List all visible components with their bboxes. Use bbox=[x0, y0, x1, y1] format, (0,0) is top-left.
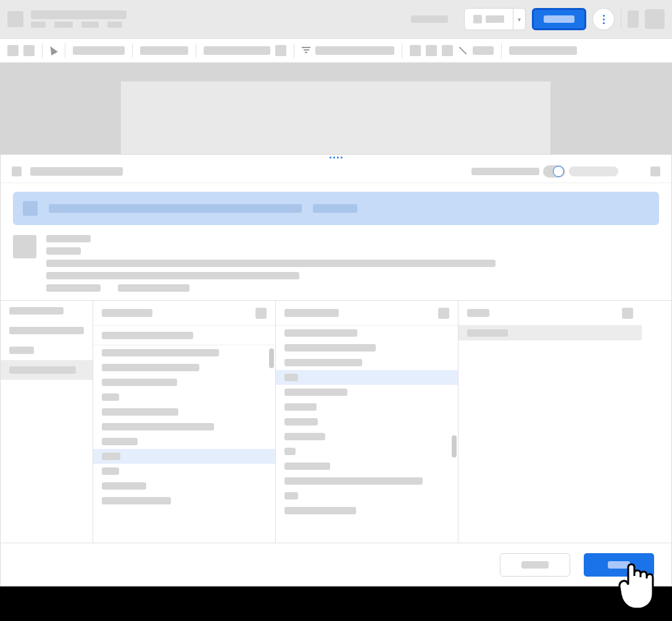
list-item[interactable] bbox=[93, 345, 275, 360]
list-item[interactable] bbox=[1, 321, 93, 340]
header-right: ▾ bbox=[401, 8, 665, 30]
list-item[interactable] bbox=[276, 355, 458, 370]
menu-item[interactable] bbox=[31, 22, 46, 28]
more-options-button[interactable] bbox=[592, 8, 615, 30]
search-input[interactable] bbox=[49, 204, 302, 213]
list-item[interactable] bbox=[276, 488, 458, 503]
column-subheader[interactable] bbox=[93, 326, 275, 345]
column-list[interactable] bbox=[1, 301, 93, 543]
dialog-header bbox=[1, 160, 671, 183]
column-header bbox=[458, 301, 642, 326]
drag-handle[interactable] bbox=[1, 155, 671, 160]
list-item[interactable] bbox=[276, 414, 458, 429]
canvas-area[interactable] bbox=[0, 63, 672, 154]
toolbar bbox=[0, 38, 672, 63]
scrollbar-thumb[interactable] bbox=[269, 348, 274, 368]
split-icon bbox=[473, 15, 482, 23]
browser-columns bbox=[1, 300, 671, 543]
toolbar-button[interactable] bbox=[442, 45, 453, 56]
list-item[interactable] bbox=[276, 429, 458, 444]
column-title bbox=[467, 309, 489, 317]
list-item[interactable] bbox=[93, 464, 275, 479]
list-item[interactable] bbox=[276, 340, 458, 355]
toolbar-button[interactable] bbox=[410, 45, 421, 56]
cancel-button[interactable] bbox=[500, 553, 570, 577]
preview-thumbnail[interactable] bbox=[13, 235, 36, 258]
header-split-button[interactable]: ▾ bbox=[464, 8, 526, 30]
preview-desc-line bbox=[46, 260, 496, 267]
toolbar-control[interactable] bbox=[509, 46, 577, 55]
list-item[interactable] bbox=[93, 405, 275, 419]
toolbar-control[interactable] bbox=[140, 46, 188, 55]
list-item[interactable] bbox=[93, 419, 275, 434]
insert-button[interactable] bbox=[584, 553, 654, 577]
browser-column bbox=[276, 301, 458, 543]
list-item[interactable] bbox=[276, 370, 458, 385]
app-header: ▾ bbox=[0, 0, 672, 38]
dialog-icon bbox=[12, 167, 22, 176]
toolbar-control[interactable] bbox=[204, 46, 270, 55]
toolbar-button[interactable] bbox=[23, 45, 35, 56]
search-suffix bbox=[313, 204, 357, 213]
chevron-down-icon[interactable]: ▾ bbox=[513, 9, 525, 30]
document-title[interactable] bbox=[31, 10, 127, 19]
canvas-page[interactable] bbox=[121, 81, 550, 154]
list-item[interactable] bbox=[458, 326, 642, 340]
list-item[interactable] bbox=[1, 360, 93, 380]
list-item[interactable] bbox=[276, 474, 458, 488]
column-header bbox=[276, 301, 458, 326]
header-action-button[interactable] bbox=[401, 8, 458, 30]
toolbar-control[interactable] bbox=[73, 46, 125, 55]
list-item[interactable] bbox=[93, 449, 275, 464]
list-item[interactable] bbox=[93, 479, 275, 493]
list-item[interactable] bbox=[1, 340, 93, 360]
menu-item[interactable] bbox=[107, 22, 122, 28]
list-item[interactable] bbox=[93, 493, 275, 508]
list-item[interactable] bbox=[1, 301, 93, 321]
scrollbar-thumb[interactable] bbox=[452, 435, 457, 458]
dialog-title bbox=[30, 167, 123, 176]
column-action-icon[interactable] bbox=[255, 308, 267, 319]
list-item[interactable] bbox=[93, 360, 275, 375]
app-window: ▾ bbox=[0, 0, 672, 586]
result-preview bbox=[1, 225, 671, 300]
dialog-footer bbox=[1, 543, 671, 586]
column-action-icon[interactable] bbox=[622, 308, 633, 319]
list-item[interactable] bbox=[93, 434, 275, 449]
toolbar-button[interactable] bbox=[7, 45, 19, 56]
column-list[interactable] bbox=[93, 345, 275, 543]
toggle-switch[interactable] bbox=[543, 165, 565, 178]
column-list[interactable] bbox=[458, 326, 642, 543]
list-item[interactable] bbox=[276, 326, 458, 340]
preview-meta bbox=[118, 284, 189, 292]
list-item[interactable] bbox=[93, 375, 275, 390]
line-tool-icon[interactable] bbox=[459, 47, 467, 55]
header-icon[interactable] bbox=[628, 10, 639, 28]
list-item[interactable] bbox=[276, 385, 458, 400]
preview-desc-line bbox=[46, 272, 299, 279]
list-item[interactable] bbox=[93, 390, 275, 405]
search-bar[interactable] bbox=[13, 192, 659, 225]
share-button[interactable] bbox=[532, 8, 586, 30]
list-item[interactable] bbox=[276, 400, 458, 414]
menu-item[interactable] bbox=[54, 22, 73, 28]
list-item[interactable] bbox=[276, 444, 458, 459]
app-icon[interactable] bbox=[7, 11, 23, 27]
toggle-label-right bbox=[569, 167, 618, 176]
toolbar-button[interactable] bbox=[426, 45, 437, 56]
column-list[interactable] bbox=[276, 326, 458, 543]
menu-item[interactable] bbox=[81, 22, 99, 28]
toolbar-control[interactable] bbox=[473, 46, 494, 55]
list-item[interactable] bbox=[276, 459, 458, 474]
toolbar-control[interactable] bbox=[315, 46, 394, 55]
title-block bbox=[31, 10, 127, 28]
close-icon[interactable] bbox=[650, 167, 660, 176]
column-action-icon[interactable] bbox=[438, 308, 449, 319]
search-icon bbox=[23, 201, 38, 216]
list-item[interactable] bbox=[276, 503, 458, 518]
user-avatar[interactable] bbox=[645, 9, 665, 29]
select-tool-icon[interactable] bbox=[50, 46, 57, 56]
filter-icon[interactable] bbox=[302, 47, 310, 54]
toolbar-button[interactable] bbox=[275, 45, 286, 56]
menu-bar bbox=[31, 22, 127, 28]
